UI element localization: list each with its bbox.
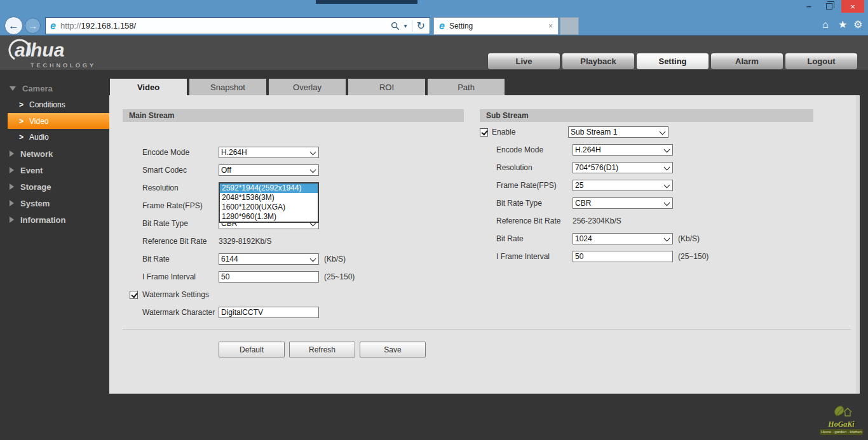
main-bit-rate-select[interactable]: 6144 [219, 253, 319, 265]
resolution-option[interactable]: 2592*1944(2592x1944) [220, 183, 318, 193]
sidebar-group-network[interactable]: Network [0, 145, 109, 162]
content-scrollbar[interactable] [856, 95, 860, 394]
screen: – × ← → e http://192.168.1.158/ ▾ ↻ e Se… [0, 0, 868, 440]
browser-tab-setting[interactable]: e Setting × [433, 17, 559, 35]
settings-tabstrip: Video Snapshot Overlay ROI Path [110, 79, 505, 95]
form-row: Encode Mode H.264H [123, 143, 464, 161]
resolution-option[interactable]: 2048*1536(3M) [220, 193, 318, 203]
sub-stream-section-title: Sub Stream [480, 109, 813, 122]
tab-video[interactable]: Video [110, 79, 187, 95]
chevron-down-icon [664, 236, 670, 242]
chevron-down-icon [310, 149, 316, 156]
sub-frame-rate-select[interactable]: 25 [573, 180, 673, 191]
triangle-right-icon [10, 167, 14, 173]
hogaki-name: HoGaKi [820, 420, 863, 429]
brand-tagline: TECHNOLOGY [31, 62, 114, 69]
restore-button[interactable] [820, 0, 839, 13]
main-encode-mode-select[interactable]: H.264H [219, 147, 319, 158]
chevron-right-icon: > [19, 117, 24, 126]
main-stream-section-title: Main Stream [123, 109, 464, 122]
form-row: I Frame Interval (25~150) [480, 248, 836, 265]
sub-stream-select[interactable]: Sub Stream 1 [568, 126, 668, 138]
refresh-page-icon[interactable]: ↻ [417, 21, 425, 31]
main-reference-bit-rate-value: 3329-8192Kb/S [219, 237, 271, 246]
url-text: http://192.168.1.158/ [60, 21, 136, 30]
url-scheme: http:// [60, 21, 81, 30]
resolution-option[interactable]: 1600*1200(UXGA) [220, 203, 318, 212]
tab-snapshot[interactable]: Snapshot [189, 79, 266, 95]
tab-roi[interactable]: ROI [348, 79, 425, 95]
resolution-option[interactable]: 1280*960(1.3M) [220, 212, 318, 222]
chevron-down-icon [664, 147, 670, 153]
sidebar-group-information[interactable]: Information [0, 211, 109, 228]
home-icon[interactable]: ⌂ [822, 20, 829, 30]
forward-button[interactable]: → [25, 18, 41, 34]
chevron-down-icon [664, 200, 670, 206]
nav-alarm-button[interactable]: Alarm [710, 53, 783, 70]
nav-setting-button[interactable]: Setting [636, 53, 709, 70]
sidebar-group-system[interactable]: System [0, 195, 109, 211]
main-stream-form: Encode Mode H.264H Smart Codec Off Resol… [123, 143, 464, 321]
main-smart-codec-select[interactable]: Off [219, 164, 319, 176]
page-header: alhua TECHNOLOGY Live Playback Setting A… [0, 36, 868, 70]
save-button[interactable]: Save [360, 342, 426, 357]
sidebar-item-video[interactable]: > Video [8, 113, 109, 129]
tab-path[interactable]: Path [428, 79, 505, 95]
form-row: Frame Rate(FPS) 25 [480, 177, 836, 194]
favorites-icon[interactable]: ★ [838, 20, 847, 30]
triangle-down-icon [10, 86, 16, 91]
url-host: 192.168.1.158/ [81, 21, 136, 30]
close-window-button[interactable]: × [841, 0, 864, 13]
form-row: Bit Rate Type CBR [480, 194, 836, 212]
form-row: Watermark Character [123, 303, 464, 321]
nav-playback-button[interactable]: Playback [562, 53, 635, 70]
address-bar[interactable]: e http://192.168.1.158/ ▾ ↻ [45, 17, 430, 34]
tab-overlay[interactable]: Overlay [269, 79, 346, 95]
hogaki-tagline: Home - garden - kitchen [820, 429, 863, 435]
browser-chrome: ← → e http://192.168.1.158/ ▾ ↻ e Settin… [0, 17, 868, 36]
new-tab-button[interactable] [560, 17, 579, 35]
form-row: Smart Codec Off [123, 161, 464, 179]
search-icon[interactable] [391, 22, 400, 30]
back-button[interactable]: ← [4, 17, 23, 35]
refresh-button[interactable]: Refresh [289, 342, 355, 357]
minimize-button[interactable]: – [799, 0, 818, 13]
ie-page-icon: e [50, 21, 56, 31]
triangle-right-icon [10, 200, 14, 206]
sub-bit-rate-select[interactable]: 1024 [573, 233, 673, 244]
address-separator [412, 20, 412, 32]
sidebar-group-camera[interactable]: Camera [0, 80, 109, 97]
nav-live-button[interactable]: Live [487, 53, 560, 70]
form-row: Reference Bit Rate 3329-8192Kb/S [123, 232, 464, 250]
browser-titlebar: – × [0, 0, 868, 17]
form-row: I Frame Interval (25~150) [123, 268, 464, 286]
triangle-right-icon [10, 150, 14, 157]
main-i-frame-interval-input[interactable] [219, 271, 319, 283]
form-row: Bit Rate 6144 (Kb/S) [123, 250, 464, 268]
tools-gear-icon[interactable]: ⚙ [853, 20, 862, 30]
page: alhua TECHNOLOGY Live Playback Setting A… [0, 36, 868, 440]
restore-icon [826, 3, 832, 10]
sub-encode-mode-select[interactable]: H.264H [573, 144, 673, 156]
sub-stream-enable-checkbox[interactable] [480, 128, 488, 137]
watermark-character-input[interactable] [219, 307, 319, 318]
chevron-down-icon [660, 129, 666, 135]
default-button[interactable]: Default [219, 342, 285, 357]
hogaki-logo: HoGaKi Home - garden - kitchen [820, 403, 863, 435]
sub-resolution-select[interactable]: 704*576(D1) [573, 162, 673, 173]
sub-bit-rate-type-select[interactable]: CBR [573, 197, 673, 209]
sidebar-group-storage[interactable]: Storage [0, 178, 109, 195]
address-caret-icon[interactable]: ▾ [404, 22, 407, 29]
nav-logout-button[interactable]: Logout [785, 53, 858, 70]
form-row: Watermark Settings [123, 286, 464, 303]
chevron-right-icon: > [19, 100, 24, 109]
sidebar-item-audio[interactable]: > Audio [0, 129, 109, 145]
sidebar-item-conditions[interactable]: > Conditions [0, 97, 109, 113]
brand-name: alhua [15, 39, 64, 60]
tab-close-icon[interactable]: × [548, 22, 553, 30]
chevron-down-icon [664, 164, 670, 171]
sub-reference-bit-rate-value: 256-2304Kb/S [573, 217, 621, 225]
sub-i-frame-interval-input[interactable] [573, 251, 673, 262]
sidebar-group-event[interactable]: Event [0, 162, 109, 178]
watermark-settings-checkbox[interactable] [130, 291, 138, 299]
